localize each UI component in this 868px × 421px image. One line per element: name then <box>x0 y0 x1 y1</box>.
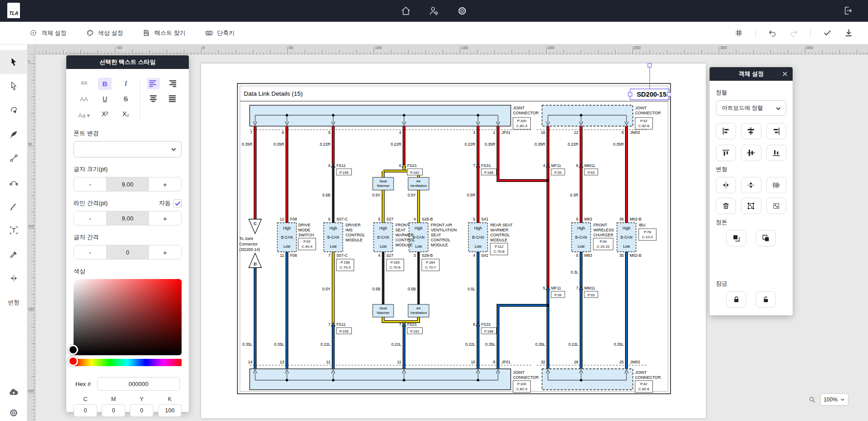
object-lock-button[interactable] <box>726 291 746 308</box>
strikethrough-button[interactable]: S <box>119 93 133 105</box>
capitalize-button[interactable]: Aa▾ <box>78 112 89 119</box>
align-target-select[interactable]: 아트보드에 정렬 <box>716 100 786 116</box>
svg-text:100: 100 <box>375 45 382 50</box>
superscript-button[interactable]: X² <box>98 108 112 120</box>
arrange-label: 정돈 <box>716 219 786 226</box>
app-logo[interactable]: TLA <box>7 3 20 19</box>
palette-icon <box>86 29 94 37</box>
vertical-ruler[interactable]: 050100150200 <box>27 54 35 421</box>
svg-text:C.70-6: C.70-6 <box>390 265 401 269</box>
color-settings-button[interactable]: 색상 설정 <box>86 29 123 37</box>
line-tool[interactable] <box>0 146 27 170</box>
app-settings-button[interactable] <box>8 407 19 418</box>
flip-tool[interactable] <box>0 266 27 290</box>
object-align-middle-v-button[interactable] <box>741 145 761 161</box>
object-flip-h-button[interactable] <box>716 177 736 193</box>
object-ungroup-button[interactable] <box>766 198 786 214</box>
undo-button[interactable] <box>768 28 777 38</box>
object-settings-button[interactable]: 객체 설정 <box>29 29 67 37</box>
svg-text:5: 5 <box>328 130 330 135</box>
cmyk-input-c[interactable] <box>74 404 97 417</box>
object-send-back-button[interactable] <box>756 230 776 246</box>
curve-tool[interactable] <box>0 170 27 194</box>
saturation-gradient[interactable] <box>74 279 182 355</box>
align-bottom-icon <box>772 149 780 157</box>
align-top-icon <box>722 149 730 157</box>
hex-input[interactable] <box>97 377 180 391</box>
object-trash-button[interactable] <box>716 198 736 214</box>
object-bring-front-button[interactable] <box>726 230 746 246</box>
grid-toggle-button[interactable] <box>734 28 744 38</box>
download-button[interactable] <box>844 28 853 38</box>
object-flip-v-button[interactable] <box>741 177 761 193</box>
cmyk-input-y[interactable] <box>130 404 153 417</box>
exit-icon[interactable] <box>842 5 853 16</box>
shortcuts-button[interactable]: 단축키 <box>205 29 235 37</box>
color-cursor[interactable] <box>68 345 78 355</box>
underline-button[interactable]: U <box>98 93 112 105</box>
svg-text:5: 5 <box>576 253 578 258</box>
object-align-right-button[interactable] <box>766 123 786 139</box>
direct-select-tool[interactable] <box>0 74 27 98</box>
svg-text:0.22R: 0.22R <box>568 142 578 147</box>
svg-text:4: 4 <box>399 130 401 135</box>
bold-button[interactable]: B <box>98 78 112 90</box>
letter-spacing-decrease-button[interactable]: - <box>74 245 107 259</box>
cmyk-input-m[interactable] <box>102 404 125 417</box>
eyedropper-tool[interactable] <box>0 242 27 266</box>
gear-icon[interactable] <box>456 5 468 17</box>
italic-button[interactable]: I <box>119 78 133 90</box>
text-tool[interactable] <box>0 218 27 242</box>
auto-checkbox[interactable] <box>173 199 182 207</box>
user-settings-icon[interactable] <box>428 5 440 17</box>
object-rotate-button[interactable] <box>766 177 786 193</box>
font-size-stepper: - 9.00 + <box>74 177 182 191</box>
horizontal-ruler[interactable]: -50050100150200250300350 <box>35 44 868 54</box>
subscript-button[interactable]: X₂ <box>119 108 133 120</box>
svg-text:200: 200 <box>28 389 35 393</box>
flip-h-icon <box>722 181 730 189</box>
upload-button[interactable] <box>8 387 19 397</box>
object-align-left-button[interactable] <box>716 123 736 139</box>
lasso-tool[interactable] <box>0 98 27 122</box>
line-height-increase-button[interactable]: + <box>148 211 181 225</box>
wiring-diagram[interactable]: Data Link Details (15)SD200-15SeatWarmer… <box>237 63 671 394</box>
justify-text-button[interactable] <box>166 93 178 104</box>
letter-spacing-increase-button[interactable]: + <box>148 245 181 259</box>
hue-cursor[interactable] <box>68 356 78 366</box>
align-center-text-button[interactable] <box>147 93 160 104</box>
object-unlock-button[interactable] <box>756 291 776 308</box>
object-align-center-h-button[interactable] <box>741 123 761 139</box>
select-tool[interactable] <box>0 50 27 74</box>
align-right-text-button[interactable] <box>166 78 178 89</box>
hue-slider[interactable] <box>74 359 182 366</box>
zoom-level-select[interactable]: 100% <box>820 393 848 406</box>
lowercase-button[interactable]: aa <box>81 79 87 86</box>
brush-tool[interactable] <box>0 194 27 218</box>
line-height-decrease-button[interactable]: - <box>74 211 107 225</box>
object-align-bottom-button[interactable] <box>766 145 786 161</box>
magnifier-icon[interactable] <box>808 396 816 404</box>
svg-text:High: High <box>577 226 585 230</box>
svg-text:S28-B: S28-B <box>422 217 433 221</box>
artboard[interactable]: Data Link Details (15)SD200-15SeatWarmer… <box>201 64 706 418</box>
find-text-button[interactable]: 텍스트 찾기 <box>142 29 186 37</box>
home-icon[interactable] <box>400 5 412 17</box>
toolbar-right <box>734 22 853 44</box>
svg-text:0.5L: 0.5L <box>468 287 475 291</box>
object-align-top-button[interactable] <box>716 145 736 161</box>
font-size-increase-button[interactable]: + <box>148 177 181 191</box>
font-size-decrease-button[interactable]: - <box>74 177 107 191</box>
svg-text:VENTILATION: VENTILATION <box>431 228 457 232</box>
object-group-button[interactable] <box>741 198 761 214</box>
font-select[interactable] <box>74 141 182 157</box>
redo-button[interactable] <box>789 28 799 38</box>
apply-button[interactable] <box>823 28 832 38</box>
pen-tool[interactable] <box>0 122 27 146</box>
svg-text:IMS: IMS <box>345 228 353 232</box>
transform-tool[interactable]: 변형 <box>0 290 27 314</box>
cmyk-input-k[interactable] <box>158 404 182 417</box>
align-left-text-button[interactable] <box>147 78 160 89</box>
close-icon[interactable] <box>781 70 789 78</box>
uppercase-button[interactable]: AA <box>80 96 88 103</box>
